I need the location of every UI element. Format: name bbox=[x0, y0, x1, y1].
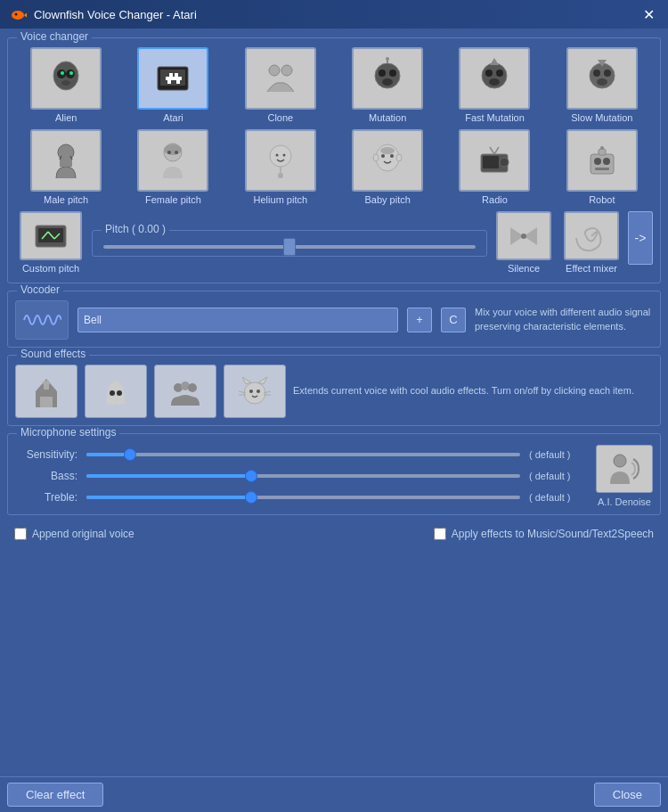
mic-bass-value: ( default ) bbox=[529, 471, 587, 481]
mutation-svg bbox=[365, 56, 410, 101]
voice-label-silence: Silence bbox=[508, 263, 540, 275]
svg-point-65 bbox=[600, 146, 604, 150]
voice-item-radio[interactable]: Radio bbox=[444, 129, 545, 206]
mic-sensitivity-label: Sensitivity: bbox=[15, 448, 77, 461]
svg-point-29 bbox=[489, 78, 500, 86]
ai-denoise-label: A.I. Denoise bbox=[598, 496, 651, 507]
svg-point-0 bbox=[12, 11, 24, 20]
voice-item-silence[interactable]: Silence bbox=[493, 211, 555, 275]
voice-label-mutation: Mutation bbox=[369, 112, 406, 124]
footer: Clear effect Close bbox=[0, 776, 668, 812]
main-window: Clownfish Voice Changer - Atari ✕ Voice … bbox=[0, 0, 668, 812]
voice-icon-helium-pitch bbox=[245, 129, 316, 192]
sound-effects-description: Extends current voice with cool audio ef… bbox=[293, 384, 653, 398]
voice-item-male-pitch[interactable]: Male pitch bbox=[15, 129, 117, 206]
svg-point-81 bbox=[117, 390, 122, 396]
sound-effect-crowd[interactable] bbox=[154, 365, 216, 418]
cat-svg bbox=[235, 372, 274, 411]
mic-bass-track[interactable] bbox=[86, 474, 520, 478]
fast-mutation-svg bbox=[472, 56, 517, 101]
svg-rect-77 bbox=[42, 382, 51, 384]
voice-icon-male-pitch bbox=[30, 129, 102, 192]
voice-icon-effect-mixer bbox=[564, 211, 619, 260]
sound-effect-cat[interactable] bbox=[224, 365, 286, 418]
svg-line-59 bbox=[494, 147, 499, 154]
svg-point-42 bbox=[167, 151, 171, 154]
vocoder-description: Mix your voice with different audio sign… bbox=[475, 306, 653, 333]
svg-point-47 bbox=[275, 154, 278, 157]
female-pitch-svg bbox=[151, 138, 195, 183]
vocoder-label: Vocoder bbox=[17, 283, 63, 296]
voice-item-effect-mixer[interactable]: Effect mixer bbox=[560, 211, 623, 275]
voice-item-female-pitch[interactable]: Female pitch bbox=[122, 129, 224, 206]
radio-svg bbox=[472, 138, 517, 183]
voice-label-male-pitch: Male pitch bbox=[44, 194, 88, 206]
append-original-checkbox[interactable] bbox=[14, 528, 27, 540]
voice-item-slow-mutation[interactable]: Slow Mutation bbox=[551, 47, 653, 124]
close-button[interactable]: Close bbox=[594, 783, 661, 807]
voice-icon-radio bbox=[459, 129, 530, 192]
svg-marker-30 bbox=[490, 58, 499, 65]
apply-effects-checkbox[interactable] bbox=[434, 528, 446, 540]
svg-point-33 bbox=[604, 70, 611, 77]
ai-denoise-group: A.I. Denoise bbox=[596, 445, 653, 507]
mic-sensitivity-thumb[interactable] bbox=[124, 448, 136, 461]
svg-rect-63 bbox=[595, 168, 609, 170]
svg-point-54 bbox=[396, 154, 402, 161]
right-icons: Silence Effect mixer -> bbox=[493, 211, 653, 275]
svg-point-80 bbox=[110, 390, 115, 396]
svg-rect-15 bbox=[178, 77, 182, 80]
vocoder-clear-button[interactable]: C bbox=[441, 308, 466, 332]
voice-icon-clone bbox=[245, 47, 316, 110]
svg-marker-87 bbox=[258, 377, 267, 384]
svg-rect-78 bbox=[40, 397, 46, 407]
voice-item-atari[interactable]: Atari bbox=[122, 47, 224, 124]
mic-treble-label: Treble: bbox=[15, 491, 77, 504]
clear-effect-button[interactable]: Clear effect bbox=[7, 783, 103, 807]
mic-treble-thumb[interactable] bbox=[245, 491, 257, 504]
voice-item-helium-pitch[interactable]: Helium pitch bbox=[230, 129, 331, 206]
pitch-slider-thumb[interactable] bbox=[283, 238, 296, 256]
mic-treble-track[interactable] bbox=[86, 496, 520, 499]
window-title: Clownfish Voice Changer - Atari bbox=[34, 8, 197, 21]
voice-item-clone[interactable]: Clone bbox=[230, 47, 331, 124]
arrow-button[interactable]: -> bbox=[628, 211, 653, 265]
vocoder-select[interactable]: Bell Choir Flute Organ Strings bbox=[77, 308, 398, 332]
pitch-slider-track[interactable] bbox=[103, 245, 476, 249]
voice-item-fast-mutation[interactable]: Fast Mutation bbox=[444, 47, 545, 124]
pitch-slider-label: Pitch ( 0.00 ) bbox=[102, 223, 169, 235]
svg-rect-13 bbox=[166, 77, 169, 80]
svg-marker-1 bbox=[24, 12, 27, 19]
sound-effect-church[interactable] bbox=[15, 365, 77, 418]
voice-item-baby-pitch[interactable]: Baby pitch bbox=[337, 129, 438, 206]
mic-bass-thumb[interactable] bbox=[245, 470, 257, 482]
svg-point-3 bbox=[53, 62, 78, 90]
voice-item-robot[interactable]: Robot bbox=[551, 129, 653, 206]
svg-point-2 bbox=[15, 13, 18, 16]
voice-label-radio: Radio bbox=[482, 194, 508, 206]
bottom-checks: Append original voice Apply effects to M… bbox=[7, 522, 661, 545]
effect-mixer-svg bbox=[569, 214, 614, 258]
voice-item-mutation[interactable]: Mutation bbox=[337, 47, 438, 124]
svg-point-18 bbox=[269, 65, 280, 76]
mic-sensitivity-track[interactable] bbox=[86, 453, 520, 456]
voice-label-female-pitch: Female pitch bbox=[145, 194, 201, 206]
voice-icon-custom-pitch bbox=[20, 211, 82, 260]
apply-effects-label: Apply effects to Music/Sound/Text2Speech bbox=[452, 528, 654, 540]
voice-changer-label: Voice changer bbox=[17, 30, 92, 43]
voice-item-alien[interactable]: Alien bbox=[15, 47, 117, 124]
mic-sliders: Sensitivity: ( default ) Bass: bbox=[15, 448, 587, 504]
voice-icon-slow-mutation bbox=[566, 47, 638, 110]
vocoder-add-button[interactable]: + bbox=[407, 308, 432, 332]
voice-grid-row2: Male pitch Female pitch bbox=[15, 129, 653, 206]
ai-denoise-icon[interactable] bbox=[596, 445, 653, 493]
window-close-button[interactable]: ✕ bbox=[638, 4, 659, 25]
voice-label-effect-mixer: Effect mixer bbox=[566, 263, 617, 275]
voice-item-custom-pitch[interactable]: Custom pitch bbox=[15, 211, 86, 275]
voice-icon-fast-mutation bbox=[459, 47, 530, 110]
svg-point-73 bbox=[521, 234, 526, 239]
svg-point-89 bbox=[257, 390, 260, 393]
svg-point-52 bbox=[380, 147, 395, 154]
voice-icon-mutation bbox=[352, 47, 423, 110]
sound-effect-ghost[interactable] bbox=[85, 365, 147, 418]
